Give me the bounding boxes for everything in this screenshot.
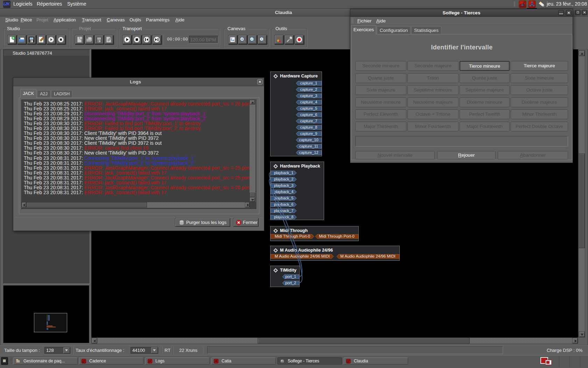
svg-text:1: 1 (261, 38, 262, 40)
